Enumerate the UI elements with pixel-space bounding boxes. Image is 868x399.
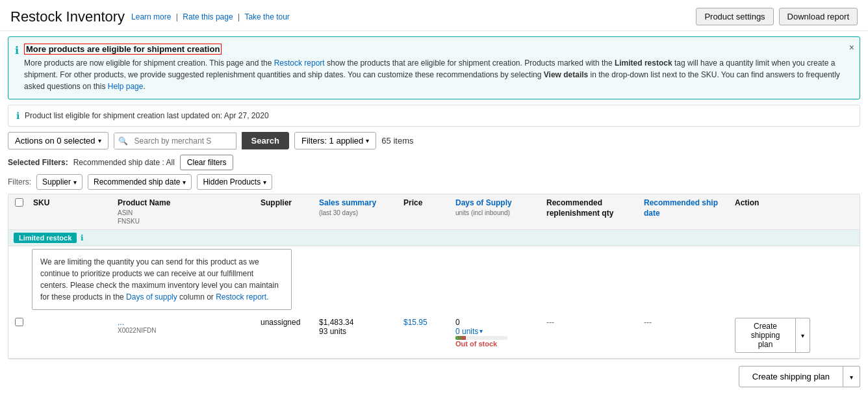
tooltip-text2: column or — [177, 292, 216, 302]
rate-page-link[interactable]: Rate this page — [183, 12, 233, 21]
header-days-supply: Days of Supply units (incl inbound) — [454, 198, 545, 217]
row-checkbox-cell — [14, 318, 32, 328]
header-replenishment-qty: Recommended replenishment qty — [545, 198, 643, 218]
tooltip-restock-link[interactable]: Restock report — [216, 292, 266, 302]
search-input[interactable] — [132, 133, 236, 149]
product-name-asin: ASIN — [118, 209, 258, 217]
page-links: Learn more | Rate this page | Take the t… — [131, 12, 290, 21]
header-buttons: Product settings Download report — [696, 8, 858, 25]
update-info-icon: ℹ — [16, 110, 19, 121]
hidden-products-filter-button[interactable]: Hidden Products ▾ — [197, 174, 272, 190]
tooltip-text3: . — [266, 292, 268, 302]
alert-body5: . — [143, 82, 145, 91]
row-product-name-cell: ... X0022NIFDN — [116, 318, 259, 334]
search-icon: 🔍 — [114, 133, 132, 149]
search-button[interactable]: Search — [242, 132, 289, 149]
actions-label: Actions on 0 selected — [15, 136, 96, 146]
sep1: | — [176, 12, 180, 21]
bottom-create-shipping-group: Create shipping plan ▾ — [739, 366, 860, 387]
actions-on-selected-button[interactable]: Actions on 0 selected ▾ — [8, 132, 108, 149]
days-supply-label: Days of Supply — [455, 198, 512, 207]
selected-filters-bar: Selected Filters: Recommended ship date … — [8, 155, 860, 170]
alert-content: More products are eligible for shipment … — [24, 44, 850, 92]
filters-chevron-icon: ▾ — [366, 137, 369, 144]
alert-title: More products are eligible for shipment … — [24, 44, 222, 55]
filter-chip-text: Recommended ship date : All — [73, 158, 175, 167]
row-replenishment-cell: --- — [545, 318, 643, 327]
selected-filters-label: Selected Filters: — [8, 158, 68, 167]
inventory-table: SKU Product Name ASIN FNSKU Supplier Sal… — [8, 194, 860, 359]
product-name-link[interactable]: ... — [118, 318, 124, 327]
alert-body1: More products are now eligible for shipm… — [24, 58, 274, 68]
row-price: $15.95 — [403, 318, 428, 327]
sales-summary-label: Sales summary — [319, 198, 376, 207]
product-name-label: Product Name — [118, 198, 170, 207]
row-checkbox[interactable] — [15, 318, 23, 326]
limited-restock-badge: Limited restock — [14, 233, 77, 243]
product-name-fnsku: FNSKU — [118, 217, 258, 225]
bottom-bar: Create shipping plan ▾ — [8, 366, 860, 387]
row-supplier: unassigned — [261, 318, 300, 327]
row-ship-date: --- — [644, 318, 652, 327]
clear-filters-button[interactable]: Clear filters — [180, 155, 234, 170]
select-all-checkbox[interactable] — [15, 198, 23, 207]
product-settings-button[interactable]: Product settings — [696, 8, 773, 25]
supplier-filter-label: Supplier — [42, 177, 71, 187]
tooltip-days-supply-link[interactable]: Days of supply — [126, 292, 177, 302]
days-supply-bar-track — [455, 336, 507, 340]
header-checkbox-cell — [14, 198, 32, 209]
row-ship-date-cell: --- — [643, 318, 734, 327]
row-sales-cell: $1,483.34 93 units — [318, 318, 402, 336]
row-price-cell: $15.95 — [402, 318, 454, 327]
limited-restock-text: Limited restock — [615, 58, 672, 68]
units-dropdown[interactable]: 0 units ▾ — [455, 327, 483, 336]
filters-button[interactable]: Filters: 1 applied ▾ — [294, 132, 376, 149]
search-wrapper: 🔍 — [114, 133, 236, 149]
shipping-arrow-icon: ▾ — [801, 332, 804, 339]
create-shipping-group: Create shipping plan ▾ — [735, 318, 810, 353]
header-ship-date: Recommended ship date — [643, 198, 734, 218]
limited-restock-tooltip: We are limiting the quantity you can sen… — [32, 249, 292, 310]
out-of-stock-label: Out of stock — [455, 340, 544, 348]
units-label: 0 units — [455, 327, 478, 336]
row-sales-units: 93 units — [319, 327, 401, 336]
learn-more-link[interactable]: Learn more — [131, 12, 171, 21]
row-days-supply-num: 0 — [455, 318, 544, 327]
alert-body2: show the products that are eligible for … — [325, 58, 615, 68]
bottom-create-shipping-plan-button[interactable]: Create shipping plan — [739, 366, 843, 387]
sep2: | — [238, 12, 242, 21]
ship-date-filter-label: Recommended ship date — [94, 177, 180, 187]
row-action-cell: Create shipping plan ▾ — [734, 318, 811, 353]
header-sales-summary: Sales summary (last 30 days) — [318, 198, 402, 217]
help-page-link[interactable]: Help page — [108, 82, 144, 91]
update-bar: ℹ Product list eligible for shipment cre… — [8, 105, 860, 127]
row-days-supply-bar: 0 units ▾ — [455, 327, 544, 336]
ship-date-chevron-icon: ▾ — [183, 179, 186, 186]
bottom-arrow-icon: ▾ — [850, 374, 853, 381]
items-count: 65 items — [381, 136, 413, 146]
days-supply-bar-fill — [455, 336, 466, 340]
row-sales-amount: $1,483.34 — [319, 318, 401, 327]
header-action: Action — [734, 198, 811, 209]
update-text: Product list eligible for shipment creat… — [25, 111, 269, 120]
restock-report-link[interactable]: Restock report — [274, 58, 325, 68]
create-shipping-plan-arrow-button[interactable]: ▾ — [796, 318, 810, 353]
create-shipping-plan-button[interactable]: Create shipping plan — [735, 318, 796, 353]
bottom-create-shipping-arrow-button[interactable]: ▾ — [843, 366, 860, 387]
limited-restock-info-icon[interactable]: ℹ — [81, 233, 84, 242]
limited-restock-row: Limited restock ℹ — [8, 230, 860, 246]
title-area: Restock Inventory Learn more | Rate this… — [10, 8, 290, 25]
filters-label: Filters: 1 applied — [301, 136, 363, 146]
ship-date-filter-button[interactable]: Recommended ship date ▾ — [88, 174, 192, 190]
header-product-name: Product Name ASIN FNSKU — [116, 198, 259, 225]
download-report-button[interactable]: Download report — [779, 8, 858, 25]
hidden-products-chevron-icon: ▾ — [263, 179, 266, 186]
alert-close-button[interactable]: × — [849, 42, 854, 53]
take-tour-link[interactable]: Take the tour — [244, 12, 289, 21]
supplier-filter-button[interactable]: Supplier ▾ — [36, 174, 83, 190]
table-header: SKU Product Name ASIN FNSKU Supplier Sal… — [8, 194, 860, 230]
hidden-products-filter-label: Hidden Products — [203, 177, 261, 187]
header-sku: SKU — [32, 198, 116, 209]
alert-banner: ℹ More products are eligible for shipmen… — [8, 36, 860, 99]
row-fnsku: X0022NIFDN — [118, 327, 258, 334]
